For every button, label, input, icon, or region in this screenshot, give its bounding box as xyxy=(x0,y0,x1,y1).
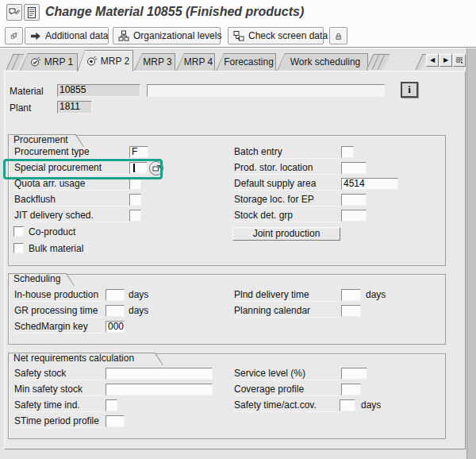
days-unit: days xyxy=(129,305,148,317)
tab-scroll-right-button[interactable]: ▶ xyxy=(440,54,452,67)
days-unit: days xyxy=(129,289,148,301)
stime-period-profile-label: STime period profile xyxy=(14,415,104,428)
tab-label: MRP 1 xyxy=(44,56,73,68)
jit-delivery-sched-label: JIT delivery sched. xyxy=(14,210,129,222)
in-house-production-field[interactable] xyxy=(106,289,125,301)
next-screen-icon-button[interactable] xyxy=(5,27,23,44)
sap-window: Change Material 10855 (Finished products… xyxy=(0,0,476,459)
tab-work-scheduling[interactable]: Work scheduling xyxy=(277,53,368,71)
safety-time-ind-label: Safety time ind. xyxy=(14,399,104,412)
procurement-type-label: Procurement type xyxy=(14,146,129,159)
gr-processing-time-label: GR processing time xyxy=(14,305,104,318)
scheduling-group-header: Scheduling xyxy=(8,273,75,286)
plant-field[interactable]: 1811 xyxy=(57,101,92,114)
tab-forecasting[interactable]: Forecasting xyxy=(216,53,276,71)
prod-stor-location-field[interactable] xyxy=(341,162,367,174)
tab-mrp1[interactable]: MRP 1 xyxy=(20,53,78,71)
additional-data-button[interactable]: Additional data xyxy=(25,27,109,44)
net-requirements-group-header: Net requirements calculation xyxy=(8,353,163,365)
view-maintained-icon xyxy=(30,56,41,68)
planning-calendar-field[interactable] xyxy=(341,305,361,317)
material-field[interactable]: 10855 xyxy=(57,84,140,97)
prod-stor-location-label: Prod. stor. location xyxy=(234,162,340,175)
safety-time-act-cov-label: Safety time/act.cov. xyxy=(234,399,340,412)
coverage-profile-label: Coverage profile xyxy=(234,384,340,396)
tab-label: Work scheduling xyxy=(290,56,361,68)
lock-icon-button[interactable] xyxy=(329,27,347,44)
check-screen-data-label: Check screen data xyxy=(248,30,328,41)
check-screen-icon xyxy=(233,30,244,41)
stime-period-profile-field[interactable] xyxy=(106,415,125,427)
planning-calendar-label: Planning calendar xyxy=(234,305,340,318)
safety-time-ind-field[interactable] xyxy=(106,399,117,411)
batch-entry-label: Batch entry xyxy=(234,146,340,159)
jit-delivery-sched-field[interactable] xyxy=(129,210,141,222)
co-product-checkbox[interactable] xyxy=(13,226,24,237)
current-view-icon xyxy=(86,56,98,67)
min-safety-stock-label: Min safety stock xyxy=(14,384,104,396)
schedmargin-key-label: SchedMargin key xyxy=(14,321,104,334)
days-unit: days xyxy=(361,399,381,411)
safety-stock-label: Safety stock xyxy=(14,368,104,380)
toolbar-separator-highlight xyxy=(0,48,476,48)
default-supply-area-label: Default supply area xyxy=(234,178,340,191)
service-level-label: Service level (%) xyxy=(234,368,340,380)
tab-mrp3[interactable]: MRP 3 xyxy=(134,53,175,71)
tab-label: MRP 3 xyxy=(143,56,171,68)
page-title: Change Material 10855 (Finished products… xyxy=(45,5,304,19)
days-unit: days xyxy=(366,289,386,301)
stock-det-grp-field[interactable] xyxy=(341,210,367,222)
arrow-right-icon xyxy=(30,31,41,41)
special-procurement-label: Special procurement xyxy=(14,162,129,175)
tab-list-button[interactable] xyxy=(453,54,466,67)
title-bar: Change Material 10855 (Finished products… xyxy=(0,0,476,47)
min-safety-stock-field[interactable] xyxy=(106,384,213,395)
possible-entries-button[interactable] xyxy=(149,161,163,176)
bulk-material-label: Bulk material xyxy=(29,243,83,255)
tab-label: Forecasting xyxy=(224,56,274,68)
display-change-icon[interactable] xyxy=(6,4,22,21)
special-procurement-field[interactable] xyxy=(129,162,148,174)
batch-entry-field[interactable] xyxy=(341,146,354,158)
schedmargin-key-field[interactable]: 000 xyxy=(106,321,125,333)
coverage-profile-field[interactable] xyxy=(341,384,361,395)
tab-mrp2-active[interactable]: MRP 2 xyxy=(77,50,133,71)
tab-label: MRP 4 xyxy=(184,56,213,68)
procurement-group-header: Procurement xyxy=(8,134,84,147)
safety-time-act-cov-field[interactable] xyxy=(340,399,355,411)
plnd-delivery-time-label: Plnd delivery time xyxy=(234,289,340,302)
co-product-label: Co-product xyxy=(29,226,75,238)
in-house-production-label: In-house production xyxy=(14,289,104,302)
document-icon[interactable] xyxy=(24,4,40,21)
plant-label: Plant xyxy=(10,102,54,115)
quota-arr-usage-label: Quota arr. usage xyxy=(14,178,129,191)
text-cursor xyxy=(133,164,135,172)
organizational-levels-label: Organizational levels xyxy=(133,30,221,41)
tab-label: MRP 2 xyxy=(101,56,129,67)
stock-det-grp-label: Stock det. grp xyxy=(234,210,340,222)
backflush-field[interactable] xyxy=(129,194,141,206)
info-button[interactable]: i xyxy=(401,82,418,98)
plnd-delivery-time-field[interactable] xyxy=(341,289,361,301)
organizational-levels-button[interactable]: Organizational levels xyxy=(113,27,221,44)
material-label: Material xyxy=(10,86,54,98)
service-level-field[interactable] xyxy=(341,368,367,380)
bulk-material-checkbox[interactable] xyxy=(13,243,24,253)
tab-mrp4[interactable]: MRP 4 xyxy=(176,53,215,71)
check-screen-data-button[interactable]: Check screen data xyxy=(228,27,324,44)
right-margin-strip xyxy=(466,48,476,459)
storage-loc-for-ep-field[interactable] xyxy=(341,194,367,206)
gr-processing-time-field[interactable] xyxy=(106,305,125,317)
safety-stock-field[interactable] xyxy=(106,368,213,380)
backflush-label: Backflush xyxy=(14,194,129,206)
storage-loc-for-ep-label: Storage loc. for EP xyxy=(234,194,340,206)
tab-scroll-left-button[interactable]: ◀ xyxy=(426,54,439,67)
additional-data-label: Additional data xyxy=(45,30,108,41)
default-supply-area-field[interactable]: 4514 xyxy=(341,178,398,190)
joint-production-button[interactable]: Joint production xyxy=(232,227,340,241)
material-description-field[interactable] xyxy=(147,84,385,97)
procurement-type-field[interactable]: F xyxy=(129,146,148,158)
quota-arr-usage-field[interactable] xyxy=(129,178,141,190)
hierarchy-icon xyxy=(118,30,129,41)
